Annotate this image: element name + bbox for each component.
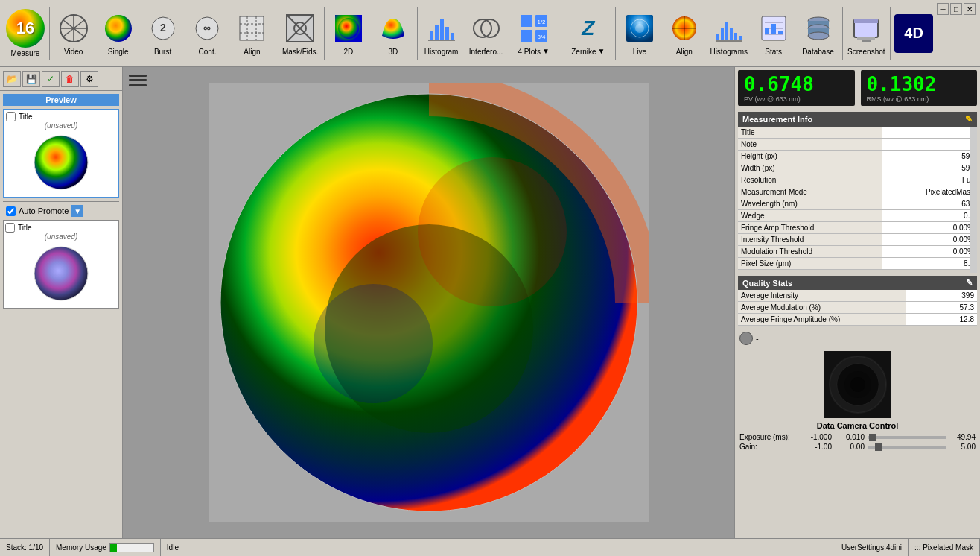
- svg-rect-45: [734, 33, 737, 40]
- zernike-label: Zernike: [571, 48, 596, 56]
- video-button[interactable]: Video: [51, 2, 96, 65]
- svg-rect-63: [862, 40, 871, 42]
- settings-button[interactable]: ⚙: [80, 71, 98, 87]
- burst-button[interactable]: 2 Burst: [141, 2, 185, 65]
- zernike-dropdown-icon[interactable]: ▼: [598, 47, 605, 55]
- preview-thumb-2[interactable]: [31, 244, 91, 303]
- gain-slider[interactable]: [868, 446, 946, 449]
- memory-fill: [110, 544, 117, 552]
- quality-table-row: Average Modulation (%)57.3: [738, 302, 977, 314]
- svg-rect-29: [521, 15, 532, 27]
- camera-preview-row: -: [738, 329, 977, 348]
- close-button[interactable]: ✕: [964, 3, 976, 15]
- camera-control-title: Data Camera Control: [738, 421, 977, 430]
- svg-rect-41: [716, 34, 719, 40]
- toolbar-sep-1: [49, 7, 50, 60]
- histograms-button[interactable]: Histograms: [707, 2, 751, 65]
- database-button[interactable]: Database: [796, 2, 841, 65]
- preview-item-1: Title (unsaved): [3, 109, 119, 198]
- measurement-info-edit-icon[interactable]: ✎: [965, 114, 973, 124]
- single-button[interactable]: Single: [96, 2, 141, 65]
- interferogram-display[interactable]: [209, 83, 649, 522]
- info-value: 0.00%: [882, 234, 977, 246]
- quality-table-row: Average Intensity399: [738, 290, 977, 302]
- right-panel: 0.6748 PV (wv @ 633 nm) 0.1302 RMS (wv @…: [734, 67, 980, 538]
- align-icon: [234, 10, 270, 46]
- info-label: Wavelength (nm): [738, 198, 882, 210]
- check-button[interactable]: ✓: [42, 71, 60, 87]
- histogram-button[interactable]: Histogram: [419, 2, 464, 65]
- auto-promote-label: Auto Promote: [19, 206, 69, 215]
- left-toolbar: 📂 💾 ✓ 🗑 ⚙: [0, 67, 122, 91]
- info-value: 596: [882, 151, 977, 162]
- open-button[interactable]: 📂: [3, 71, 21, 87]
- minimize-button[interactable]: ─: [937, 3, 949, 15]
- cont-button[interactable]: ∞ Cont.: [185, 2, 230, 65]
- stack-status: Stack: 1/10: [0, 539, 50, 556]
- stats-button[interactable]: Stats: [751, 2, 796, 65]
- info-table-row: Modulation Threshold0.00%: [738, 246, 977, 258]
- toolbar-sep-3: [324, 7, 325, 60]
- hamburger-button[interactable]: [129, 73, 147, 88]
- live-button[interactable]: Live: [617, 2, 662, 65]
- quality-stats-header[interactable]: Quality Stats ✎: [738, 276, 977, 290]
- fourplots-button[interactable]: 1/2 3/4 4 Plots ▼: [509, 2, 559, 65]
- preview-item-1-header: Title: [6, 112, 116, 121]
- svg-rect-42: [721, 28, 724, 40]
- maximize-button[interactable]: □: [950, 3, 962, 15]
- screenshot-button[interactable]: Screenshot: [844, 2, 888, 65]
- info-label: Wedge: [738, 210, 882, 222]
- info-table-row: Height (px)596: [738, 151, 977, 162]
- align2-button[interactable]: Align: [662, 2, 707, 65]
- svg-rect-23: [440, 19, 444, 40]
- toolbar-sep-6: [615, 7, 616, 60]
- interfero-button[interactable]: Interfero...: [464, 2, 509, 65]
- exposure-cur: 0.010: [835, 433, 865, 441]
- stats-label: Stats: [765, 48, 782, 56]
- save-button[interactable]: 💾: [22, 71, 40, 87]
- exposure-slider[interactable]: [868, 436, 946, 439]
- auto-promote-dropdown[interactable]: ▼: [71, 205, 83, 217]
- exposure-min: -1.000: [802, 433, 832, 441]
- svg-point-78: [850, 377, 865, 392]
- preview-thumb-1[interactable]: [31, 133, 91, 192]
- toolbar: 16 Measure Video: [0, 0, 980, 67]
- measurement-info-title: Measurement Info: [742, 115, 812, 124]
- svg-rect-44: [730, 28, 733, 40]
- info-label: Width (px): [738, 162, 882, 174]
- preview-item-2-checkbox[interactable]: [5, 223, 15, 233]
- camera-btn-icon[interactable]: [739, 332, 753, 345]
- svg-point-20: [338, 18, 359, 39]
- info-label: Modulation Threshold: [738, 246, 882, 258]
- info-label: Height (px): [738, 151, 882, 162]
- measurement-info-header[interactable]: Measurement Info ✎: [738, 112, 977, 127]
- threed-button[interactable]: 3D: [371, 2, 416, 65]
- measure-button[interactable]: 16 Measure: [3, 2, 48, 65]
- quality-stats-edit-icon[interactable]: ✎: [966, 278, 973, 288]
- zernike-button[interactable]: Z Zernike ▼: [563, 2, 614, 65]
- measure-icon: 16: [6, 9, 45, 48]
- idle-status: Idle: [161, 539, 185, 556]
- single-label: Single: [108, 48, 129, 56]
- maskfids-button[interactable]: Mask/Fids.: [278, 2, 322, 65]
- auto-promote-checkbox[interactable]: [6, 206, 16, 216]
- memory-bar: [109, 543, 154, 552]
- svg-rect-10: [240, 16, 264, 40]
- measurement-info-scrollbar[interactable]: [970, 127, 977, 273]
- measurement-info-scroll: TitleNoteHeight (px)596Width (px)596Reso…: [738, 127, 977, 273]
- hamburger-line-3: [129, 84, 147, 86]
- interfero-label: Interfero...: [469, 48, 503, 56]
- logo-4d-icon: 4D: [894, 14, 933, 53]
- preview-item-1-checkbox[interactable]: [6, 112, 16, 121]
- svg-rect-54: [778, 31, 783, 34]
- metrics-row: 0.6748 PV (wv @ 633 nm) 0.1302 RMS (wv @…: [738, 70, 977, 106]
- toolbar-sep-2: [276, 7, 276, 60]
- delete-button[interactable]: 🗑: [61, 71, 79, 87]
- align-button[interactable]: Align: [229, 2, 274, 65]
- measurement-info-table: TitleNoteHeight (px)596Width (px)596Reso…: [738, 127, 977, 270]
- maskfids-icon: [282, 10, 318, 46]
- fourplots-dropdown-icon[interactable]: ▼: [542, 47, 550, 55]
- video-icon: [56, 10, 92, 46]
- camera-dash-label: -: [756, 334, 759, 343]
- twod-button[interactable]: 2D: [326, 2, 371, 65]
